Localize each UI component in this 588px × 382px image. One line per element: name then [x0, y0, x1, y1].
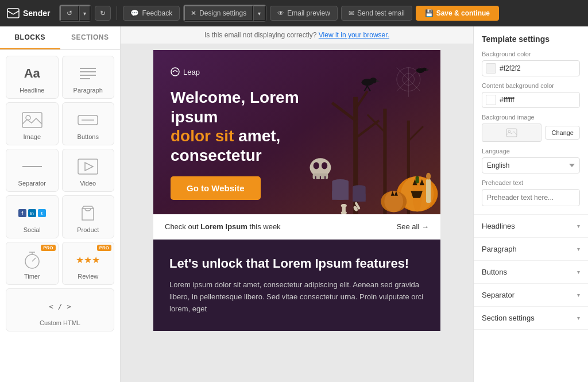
- bg-image-row: Change: [482, 124, 580, 142]
- svg-rect-10: [78, 159, 98, 174]
- block-headline[interactable]: Aa Headline: [6, 56, 59, 99]
- email-container: Leap Welcome, Lorem ipsum dolor sit amet…: [153, 50, 440, 331]
- hero-title-dolor: dolor sit: [171, 127, 234, 145]
- logo-text: Sender: [23, 9, 50, 18]
- section-settings-collapsible[interactable]: Section settings ▾: [474, 307, 588, 330]
- send-test-button[interactable]: ✉ Send test email: [341, 6, 412, 21]
- block-social[interactable]: f in t Social: [6, 195, 59, 238]
- tab-blocks[interactable]: BLOCKS: [0, 26, 60, 49]
- tab-sections[interactable]: SECTIONS: [60, 26, 121, 49]
- email-preview-button[interactable]: 👁 Email preview: [270, 6, 338, 21]
- design-settings-dropdown-button[interactable]: ▾: [253, 5, 266, 21]
- paragraph-collapsible-label: Paragraph: [482, 245, 517, 253]
- see-all-link[interactable]: See all →: [397, 222, 429, 231]
- hero-content: Welcome, Lorem ipsum dolor sit amet, con…: [171, 88, 320, 200]
- bg-color-label: Background color: [482, 51, 580, 57]
- logo-icon: [7, 8, 20, 18]
- buttons-collapsible[interactable]: Buttons ▾: [474, 261, 588, 284]
- block-review[interactable]: PRO ★★★ Review: [62, 242, 115, 285]
- paragraph-collapsible[interactable]: Paragraph ▾: [474, 238, 588, 261]
- section-settings-collapsible-label: Section settings: [482, 314, 535, 322]
- buttons-label: Buttons: [78, 133, 99, 140]
- separator-icon: [18, 156, 47, 177]
- timer-label: Timer: [24, 273, 40, 280]
- save-icon: 💾: [425, 9, 434, 17]
- view-in-browser-link[interactable]: View it in your browser.: [319, 31, 389, 39]
- hero-title-line1: Welcome, Lorem ipsum: [171, 88, 299, 126]
- left-sidebar: BLOCKS SECTIONS Aa Headline Paragraph Im…: [0, 26, 121, 382]
- bg-color-row[interactable]: #f2f2f2: [482, 60, 580, 76]
- brand-icon: [171, 67, 180, 76]
- section-settings-chevron-icon: ▾: [577, 315, 580, 321]
- svg-rect-48: [416, 176, 419, 183]
- buttons-chevron-icon: ▾: [577, 269, 580, 275]
- review-pro-badge: PRO: [97, 245, 111, 251]
- block-image[interactable]: Image: [6, 102, 59, 145]
- feedback-button[interactable]: 💬 Feedback: [123, 6, 180, 21]
- strip-text: Check out Lorem Ipsum this week: [165, 222, 281, 231]
- content-bg-value: #ffffff: [500, 96, 576, 104]
- image-icon: [18, 110, 47, 130]
- timer-icon: [18, 249, 47, 270]
- video-label: Video: [80, 180, 96, 187]
- bg-color-value: #f2f2f2: [500, 64, 576, 72]
- block-custom-html[interactable]: < / > Custom HTML: [6, 288, 114, 331]
- sidebar-tabs: BLOCKS SECTIONS: [0, 26, 120, 50]
- strip-bold-link[interactable]: Lorem Ipsum: [200, 222, 247, 231]
- headlines-collapsible[interactable]: Headlines ▾: [474, 215, 588, 238]
- email-preview-icon: 👁: [277, 9, 284, 17]
- undo-button[interactable]: ↺: [60, 5, 79, 21]
- save-continue-button[interactable]: 💾 Save & continue: [416, 6, 499, 21]
- separator-collapsible[interactable]: Separator ▾: [474, 284, 588, 307]
- email-preview-label: Email preview: [287, 9, 330, 17]
- bg-image-change-button[interactable]: Change: [545, 126, 580, 140]
- send-test-label: Send test email: [357, 9, 405, 17]
- email-hero-section[interactable]: Leap Welcome, Lorem ipsum dolor sit amet…: [153, 50, 440, 214]
- custom-html-label: Custom HTML: [40, 319, 80, 326]
- canvas-notice-text: Is this email not displaying correctly? …: [204, 31, 389, 39]
- separator-collapsible-label: Separator: [482, 291, 514, 299]
- block-video[interactable]: Video: [62, 149, 115, 192]
- headlines-chevron-icon: ▾: [577, 223, 580, 229]
- design-settings-label: Design settings: [199, 9, 246, 17]
- undo-dropdown-button[interactable]: ▾: [79, 5, 91, 21]
- svg-rect-34: [353, 194, 366, 202]
- svg-line-16: [32, 258, 36, 261]
- content-bg-swatch: [486, 95, 496, 105]
- block-buttons[interactable]: Buttons: [62, 102, 115, 145]
- separator-chevron-icon: ▾: [577, 292, 580, 298]
- block-timer[interactable]: PRO Timer: [6, 242, 59, 285]
- app-logo: Sender: [7, 8, 50, 18]
- hero-title: Welcome, Lorem ipsum dolor sit amet, con…: [171, 88, 320, 165]
- design-settings-button[interactable]: ✕ Design settings: [184, 5, 253, 21]
- buttons-collapsible-label: Buttons: [482, 268, 507, 276]
- hero-title-highlight: dolor sit: [171, 127, 234, 145]
- design-settings-icon: ✕: [191, 9, 196, 17]
- goto-website-button[interactable]: Go to Website: [171, 176, 261, 200]
- brand-name: Leap: [183, 68, 200, 76]
- svg-marker-11: [85, 163, 93, 171]
- redo-button[interactable]: ↻: [95, 6, 111, 21]
- right-panel: Template settings Background color #f2f2…: [473, 26, 588, 382]
- block-product[interactable]: Product: [62, 195, 115, 238]
- block-paragraph[interactable]: Paragraph: [62, 56, 115, 99]
- paragraph-chevron-icon: ▾: [577, 246, 580, 252]
- social-icon: f in t: [18, 203, 47, 223]
- preheader-input[interactable]: [482, 189, 580, 206]
- content-bg-label: Content background color: [482, 82, 580, 89]
- panel-title: Template settings: [482, 34, 580, 44]
- preheader-label: Preheader text: [482, 179, 580, 186]
- design-settings-group: ✕ Design settings ▾: [183, 5, 266, 22]
- bg-image-label: Background image: [482, 114, 580, 121]
- undo-redo-group: ↺ ▾: [59, 5, 91, 22]
- headlines-collapsible-label: Headlines: [482, 222, 515, 230]
- bottom-title: Let's unlock that Lorem Ipsum features!: [169, 256, 424, 272]
- language-select[interactable]: English: [482, 157, 580, 173]
- email-bottom-section: Let's unlock that Lorem Ipsum features! …: [153, 240, 440, 331]
- main-layout: BLOCKS SECTIONS Aa Headline Paragraph Im…: [0, 26, 588, 382]
- center-canvas: Is this email not displaying correctly? …: [121, 26, 473, 382]
- content-bg-row[interactable]: #ffffff: [482, 92, 580, 108]
- block-separator[interactable]: Separator: [6, 149, 59, 192]
- image-label: Image: [23, 133, 41, 140]
- toolbar: Sender ↺ ▾ ↻ 💬 Feedback ✕ Design setting…: [0, 0, 588, 26]
